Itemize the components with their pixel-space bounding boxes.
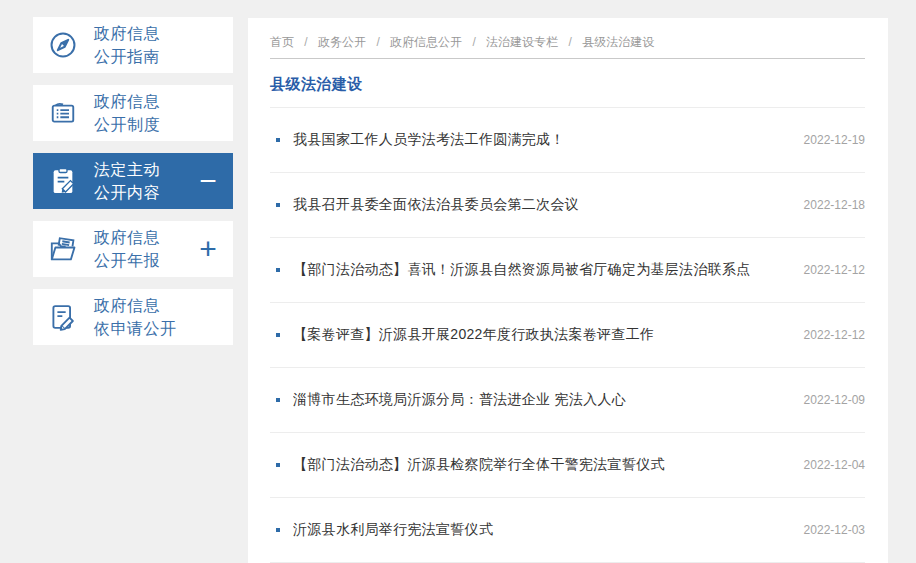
bullet-icon — [276, 138, 280, 142]
article-row: 【案卷评查】沂源县开展2022年度行政执法案卷评查工作 2022-12-12 — [270, 303, 865, 368]
expand-icon[interactable]: + — [191, 234, 225, 264]
article-row: 淄博市生态环境局沂源分局：普法进企业 宪法入人心 2022-12-09 — [270, 368, 865, 433]
article-row: 我县召开县委全面依法治县委员会第二次会议 2022-12-18 — [270, 173, 865, 238]
bullet-icon — [276, 203, 280, 207]
breadcrumb-gov-affairs[interactable]: 政务公开 — [318, 35, 366, 49]
main-content: 首页 / 政务公开 / 政府信息公开 / 法治建设专栏 / 县级法治建设 县级法… — [248, 18, 888, 563]
breadcrumb-current: 县级法治建设 — [582, 35, 654, 49]
article-row: 【部门法治动态】喜讯！沂源县自然资源局被省厅确定为基层法治联系点 2022-12… — [270, 238, 865, 303]
compass-icon — [47, 29, 79, 61]
breadcrumb-home[interactable]: 首页 — [270, 35, 294, 49]
page-title: 县级法治建设 — [270, 59, 865, 107]
breadcrumb: 首页 / 政务公开 / 政府信息公开 / 法治建设专栏 / 县级法治建设 — [270, 18, 865, 54]
article-row: 【部门法治动态】沂源县检察院举行全体干警宪法宣誓仪式 2022-12-04 — [270, 433, 865, 498]
breadcrumb-separator: / — [304, 35, 307, 49]
sidebar-item-gov-info-system[interactable]: 政府信息 公开制度 — [33, 85, 233, 141]
bullet-icon — [276, 333, 280, 337]
article-date: 2022-12-12 — [804, 328, 865, 342]
article-link[interactable]: 【部门法治动态】沂源县检察院举行全体干警宪法宣誓仪式 — [293, 456, 790, 474]
article-link[interactable]: 沂源县水利局举行宪法宣誓仪式 — [293, 521, 790, 539]
breadcrumb-gov-info[interactable]: 政府信息公开 — [390, 35, 462, 49]
breadcrumb-separator: / — [472, 35, 475, 49]
article-link[interactable]: 【部门法治动态】喜讯！沂源县自然资源局被省厅确定为基层法治联系点 — [293, 261, 790, 279]
bullet-icon — [276, 528, 280, 532]
article-row: 沂源县水利局举行宪法宣誓仪式 2022-12-03 — [270, 498, 865, 563]
article-link[interactable]: 【案卷评查】沂源县开展2022年度行政执法案卷评查工作 — [293, 326, 790, 344]
article-date: 2022-12-09 — [804, 393, 865, 407]
folder-icon — [47, 233, 79, 265]
bullet-icon — [276, 463, 280, 467]
sidebar-item-gov-info-guide[interactable]: 政府信息 公开指南 — [33, 17, 233, 73]
clipboard-pencil-icon — [47, 165, 79, 197]
ledger-icon — [47, 97, 79, 129]
breadcrumb-separator: / — [376, 35, 379, 49]
article-date: 2022-12-18 — [804, 198, 865, 212]
sidebar-item-label: 政府信息 公开指南 — [94, 22, 160, 68]
bullet-icon — [276, 398, 280, 402]
sidebar-item-label: 法定主动 公开内容 — [94, 158, 160, 204]
sidebar-item-label: 政府信息 依申请公开 — [94, 294, 177, 340]
sidebar-item-disclosure-on-request[interactable]: 政府信息 依申请公开 — [33, 289, 233, 345]
sidebar-item-label: 政府信息 公开制度 — [94, 90, 160, 136]
article-row: 我县国家工作人员学法考法工作圆满完成！ 2022-12-19 — [270, 108, 865, 173]
article-date: 2022-12-12 — [804, 263, 865, 277]
article-list: 我县国家工作人员学法考法工作圆满完成！ 2022-12-19 我县召开县委全面依… — [270, 108, 865, 563]
sidebar: 政府信息 公开指南 政府信息 公开制度 法定 — [33, 17, 233, 357]
collapse-icon[interactable]: − — [191, 166, 225, 196]
breadcrumb-separator: / — [568, 35, 571, 49]
article-date: 2022-12-04 — [804, 458, 865, 472]
sidebar-item-annual-report[interactable]: 政府信息 公开年报 + — [33, 221, 233, 277]
article-link[interactable]: 淄博市生态环境局沂源分局：普法进企业 宪法入人心 — [293, 391, 790, 409]
breadcrumb-rule-of-law-column[interactable]: 法治建设专栏 — [486, 35, 558, 49]
article-date: 2022-12-03 — [804, 523, 865, 537]
article-link[interactable]: 我县国家工作人员学法考法工作圆满完成！ — [293, 131, 790, 149]
sidebar-item-label: 政府信息 公开年报 — [94, 226, 160, 272]
article-link[interactable]: 我县召开县委全面依法治县委员会第二次会议 — [293, 196, 790, 214]
bullet-icon — [276, 268, 280, 272]
article-date: 2022-12-19 — [804, 133, 865, 147]
sidebar-item-statutory-disclosure[interactable]: 法定主动 公开内容 − — [33, 153, 233, 209]
paper-pencil-icon — [47, 301, 79, 333]
